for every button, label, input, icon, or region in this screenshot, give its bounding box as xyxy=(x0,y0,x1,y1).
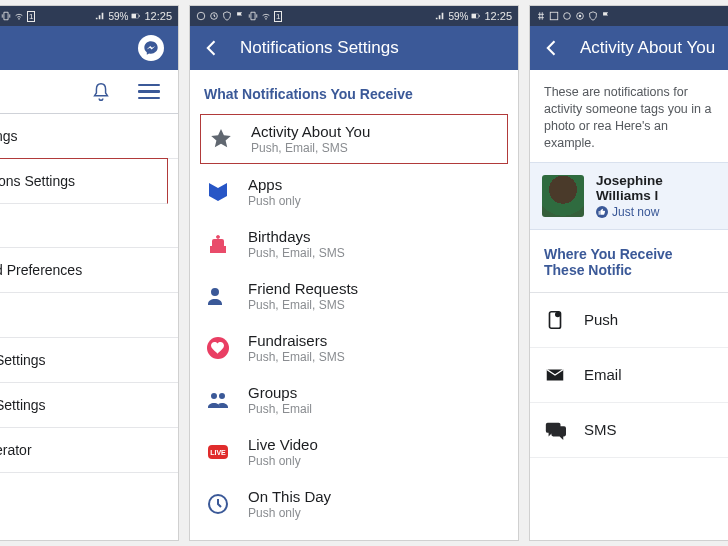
page-title: Notifications Settings xyxy=(240,38,399,58)
settings-row[interactable]: Settings xyxy=(0,338,178,383)
friend-icon xyxy=(204,282,232,310)
like-icon xyxy=(596,206,608,218)
settings-row[interactable]: d Preferences xyxy=(0,248,178,293)
example-notification[interactable]: Josephine Williams l Just now xyxy=(530,162,728,230)
groups-icon xyxy=(204,386,232,414)
svg-point-3 xyxy=(197,12,205,20)
star-icon xyxy=(207,125,235,153)
notification-category-row[interactable]: GroupsPush, Email xyxy=(190,374,518,426)
email-icon xyxy=(544,364,566,386)
target-icon xyxy=(575,11,585,21)
row-title: Groups xyxy=(248,384,312,401)
row-subtitle: Push only xyxy=(248,454,318,468)
notification-category-row[interactable]: Friend RequestsPush, Email, SMS xyxy=(190,270,518,322)
svg-rect-7 xyxy=(479,15,480,17)
notification-category-row[interactable]: On This DayPush only xyxy=(190,478,518,530)
signal-icon xyxy=(95,11,105,21)
notification-categories-list: Activity About YouPush, Email, SMSAppsPu… xyxy=(190,112,518,530)
settings-row[interactable]: ons Settings xyxy=(0,158,168,204)
row-title: Live Video xyxy=(248,436,318,453)
status-bar: 1 59% 12:25 xyxy=(190,6,518,26)
phone-2-notification-settings: 1 59% 12:25 Notifications Settings What … xyxy=(189,5,519,541)
main-header xyxy=(0,26,178,70)
row-subtitle: Push, Email, SMS xyxy=(251,141,370,155)
page-header: Activity About You xyxy=(530,26,728,70)
clock: 12:25 xyxy=(484,10,512,22)
svg-rect-12 xyxy=(550,12,558,20)
section-heading: What Notifications You Receive xyxy=(190,70,518,112)
messenger-button[interactable] xyxy=(138,35,164,61)
notification-category-row[interactable]: AppsPush only xyxy=(190,166,518,218)
phone-3-activity-about-you: Activity About You These are notificatio… xyxy=(529,5,728,541)
example-timestamp: Just now xyxy=(596,205,716,219)
flag-icon xyxy=(601,11,611,21)
app-icon xyxy=(196,11,206,21)
clock-icon xyxy=(562,11,572,21)
status-bar: 1 59% 12:25 xyxy=(0,6,178,26)
settings-row[interactable]: erator xyxy=(0,428,178,473)
row-title: Fundraisers xyxy=(248,332,345,349)
settings-row[interactable]: ngs xyxy=(0,114,178,159)
battery-pct: 59% xyxy=(448,11,468,22)
section-heading: Where You Receive These Notific xyxy=(530,230,728,288)
image-icon xyxy=(549,11,559,21)
shield-icon xyxy=(222,11,232,21)
flag-icon xyxy=(235,11,245,21)
wifi-icon xyxy=(14,11,24,21)
heart-icon xyxy=(204,334,232,362)
channel-row-sms[interactable]: SMS xyxy=(530,403,728,458)
svg-point-13 xyxy=(564,13,571,20)
battery-icon xyxy=(471,11,481,21)
svg-text:LIVE: LIVE xyxy=(210,449,226,456)
birthday-icon xyxy=(204,230,232,258)
battery-pct: 59% xyxy=(108,11,128,22)
onthisday-icon xyxy=(204,490,232,518)
row-title: Activity About You xyxy=(251,123,370,140)
row-title: On This Day xyxy=(248,488,331,505)
settings-list: ngsons Settings d PreferencesrSettingsSe… xyxy=(0,114,178,473)
wifi-icon xyxy=(261,11,271,21)
row-subtitle: Push, Email xyxy=(248,402,312,416)
notifications-tab-icon[interactable] xyxy=(90,81,112,103)
notification-category-row[interactable]: BirthdaysPush, Email, SMS xyxy=(190,218,518,270)
notification-category-row[interactable]: Activity About YouPush, Email, SMS xyxy=(200,114,508,164)
svg-rect-6 xyxy=(472,14,476,18)
channel-row-email[interactable]: Email xyxy=(530,348,728,403)
settings-row[interactable]: r xyxy=(0,293,178,338)
example-user-name: Josephine Williams l xyxy=(596,173,716,203)
row-subtitle: Push, Email, SMS xyxy=(248,298,358,312)
svg-point-17 xyxy=(555,311,561,317)
vibrate-icon xyxy=(248,11,258,21)
svg-point-15 xyxy=(579,15,582,18)
messenger-icon xyxy=(143,40,159,56)
back-button[interactable] xyxy=(202,38,222,58)
svg-rect-1 xyxy=(132,14,136,18)
channel-label: SMS xyxy=(584,421,617,438)
phone-1-settings-list: 1 59% 12:25 ngsons Settings d Preference… xyxy=(0,5,179,541)
settings-row[interactable]: Settings xyxy=(0,383,178,428)
vibrate-icon xyxy=(1,11,11,21)
page-title: Activity About You xyxy=(580,38,715,58)
notification-category-row[interactable]: FundraisersPush, Email, SMS xyxy=(190,322,518,374)
clock-icon xyxy=(209,11,219,21)
apps-icon xyxy=(204,178,232,206)
channel-label: Push xyxy=(584,311,618,328)
hash-icon xyxy=(536,11,546,21)
row-title: Friend Requests xyxy=(248,280,358,297)
channels-list: PushEmailSMS xyxy=(530,293,728,458)
row-subtitle: Push, Email, SMS xyxy=(248,246,345,260)
row-title: Apps xyxy=(248,176,301,193)
settings-row[interactable] xyxy=(0,203,178,248)
back-button[interactable] xyxy=(542,38,562,58)
status-bar xyxy=(530,6,728,26)
live-icon: LIVE xyxy=(204,438,232,466)
row-subtitle: Push, Email, SMS xyxy=(248,350,345,364)
page-header: Notifications Settings xyxy=(190,26,518,70)
channel-row-push[interactable]: Push xyxy=(530,293,728,348)
svg-rect-2 xyxy=(139,15,140,17)
description-text: These are notifications for activity som… xyxy=(530,70,728,162)
push-icon xyxy=(544,309,566,331)
signal-icon xyxy=(435,11,445,21)
menu-tab-icon[interactable] xyxy=(138,84,160,100)
notification-category-row[interactable]: LIVELive VideoPush only xyxy=(190,426,518,478)
